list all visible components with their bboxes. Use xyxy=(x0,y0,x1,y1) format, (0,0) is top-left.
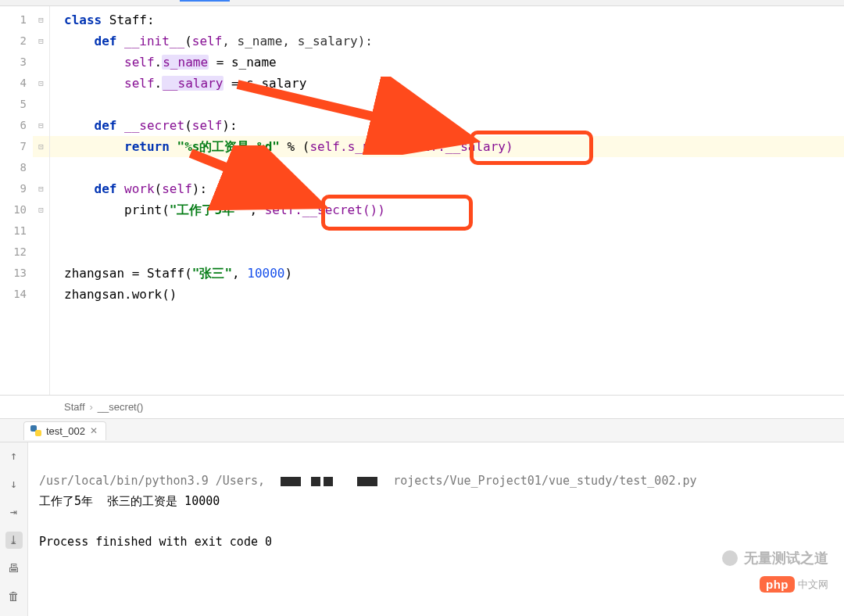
line-number: 13 xyxy=(0,263,33,284)
line-number: 1 xyxy=(0,9,33,30)
fold-end-icon xyxy=(33,199,49,220)
code-line[interactable]: def __secret(self): xyxy=(50,115,844,136)
fold-toggle-icon[interactable] xyxy=(33,9,49,30)
run-tab[interactable]: test_002 ✕ xyxy=(23,421,106,440)
code-line[interactable]: def work(self): xyxy=(50,178,844,199)
line-number: 2 xyxy=(0,30,33,52)
code-line[interactable] xyxy=(50,94,844,115)
console-command-path: /usr/local/bin/python3.9 /Users, rojects… xyxy=(39,474,697,488)
fold-toggle-icon[interactable] xyxy=(33,178,49,199)
line-number: 7 xyxy=(0,136,33,157)
code-line[interactable] xyxy=(50,157,844,178)
code-line[interactable] xyxy=(50,242,844,263)
fold-spacer xyxy=(33,94,49,115)
line-number: 10 xyxy=(0,199,33,220)
line-number: 6 xyxy=(0,115,33,136)
fold-spacer xyxy=(33,242,49,263)
fold-spacer xyxy=(33,52,49,73)
code-line[interactable]: self.s_name = s_name xyxy=(50,52,844,73)
fold-gutter[interactable] xyxy=(33,6,50,395)
code-editor[interactable]: 1 2 3 4 5 6 7 8 9 10 11 12 13 14 xyxy=(0,6,844,396)
line-number: 5 xyxy=(0,94,33,115)
line-number-gutter: 1 2 3 4 5 6 7 8 9 10 11 12 13 14 xyxy=(0,6,33,395)
console-line: 工作了5年 张三的工资是 10000 xyxy=(39,494,220,508)
arrow-down-icon[interactable]: ↓ xyxy=(5,475,23,492)
active-tab-underline xyxy=(180,0,230,2)
breadcrumb[interactable]: Staff › __secret() xyxy=(0,396,844,419)
chevron-right-icon: › xyxy=(90,401,93,413)
line-number: 8 xyxy=(0,157,33,178)
code-content[interactable]: class Staff: def __init__(self, s_name, … xyxy=(50,6,844,395)
fold-end-icon xyxy=(33,136,49,157)
fold-toggle-icon[interactable] xyxy=(33,30,49,52)
code-line[interactable]: zhangsan.work() xyxy=(50,284,844,305)
code-line[interactable]: print("工作了5年 ", self.__secret()) xyxy=(50,199,844,220)
fold-spacer xyxy=(33,284,49,305)
line-number: 9 xyxy=(0,178,33,199)
breadcrumb-class[interactable]: Staff xyxy=(64,401,85,413)
line-number: 11 xyxy=(0,220,33,242)
print-icon[interactable]: 🖶 xyxy=(5,560,23,577)
fold-spacer xyxy=(33,157,49,178)
line-number: 14 xyxy=(0,284,33,305)
fold-end-icon xyxy=(33,73,49,94)
code-line[interactable]: class Staff: xyxy=(50,9,844,30)
code-line[interactable]: def __init__(self, s_name, s_salary): xyxy=(50,30,844,52)
line-number: 12 xyxy=(0,242,33,263)
fold-spacer xyxy=(33,220,49,242)
console-output[interactable]: /usr/local/bin/python3.9 /Users, rojects… xyxy=(28,442,844,616)
python-icon xyxy=(30,425,41,436)
editor-tab-strip[interactable] xyxy=(0,0,844,6)
code-line[interactable] xyxy=(50,220,844,242)
run-tabs-bar: test_002 ✕ xyxy=(0,419,844,442)
run-tab-label: test_002 xyxy=(46,425,85,437)
close-icon[interactable]: ✕ xyxy=(90,425,98,436)
arrow-up-icon[interactable]: ↑ xyxy=(5,447,23,464)
console-toolbar: ↑ ↓ ⇥ ⤓ 🖶 🗑 xyxy=(0,442,28,616)
line-number: 3 xyxy=(0,52,33,73)
code-line-highlighted[interactable]: return "%s的工资是 %d" % (self.s_name, self.… xyxy=(50,136,844,157)
soft-wrap-icon[interactable]: ⇥ xyxy=(5,503,23,521)
fold-spacer xyxy=(33,263,49,284)
trash-icon[interactable]: 🗑 xyxy=(5,588,23,605)
line-number: 4 xyxy=(0,73,33,94)
code-line[interactable]: zhangsan = Staff("张三", 10000) xyxy=(50,263,844,284)
scroll-to-end-icon[interactable]: ⤓ xyxy=(5,532,23,549)
fold-toggle-icon[interactable] xyxy=(33,115,49,136)
breadcrumb-method[interactable]: __secret() xyxy=(98,401,144,413)
console-exit-line: Process finished with exit code 0 xyxy=(39,535,272,549)
code-line[interactable]: self.__salary = s_salary xyxy=(50,73,844,94)
